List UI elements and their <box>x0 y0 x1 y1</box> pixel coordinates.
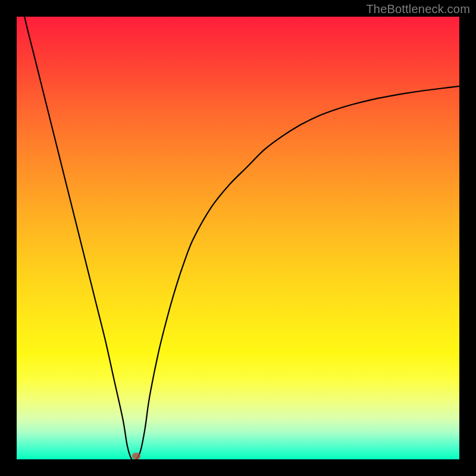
optimal-point-marker <box>132 453 140 459</box>
chart-frame: TheBottleneck.com <box>0 0 476 476</box>
bottleneck-curve <box>17 17 459 459</box>
watermark-text: TheBottleneck.com <box>366 2 470 16</box>
plot-area <box>17 17 459 459</box>
